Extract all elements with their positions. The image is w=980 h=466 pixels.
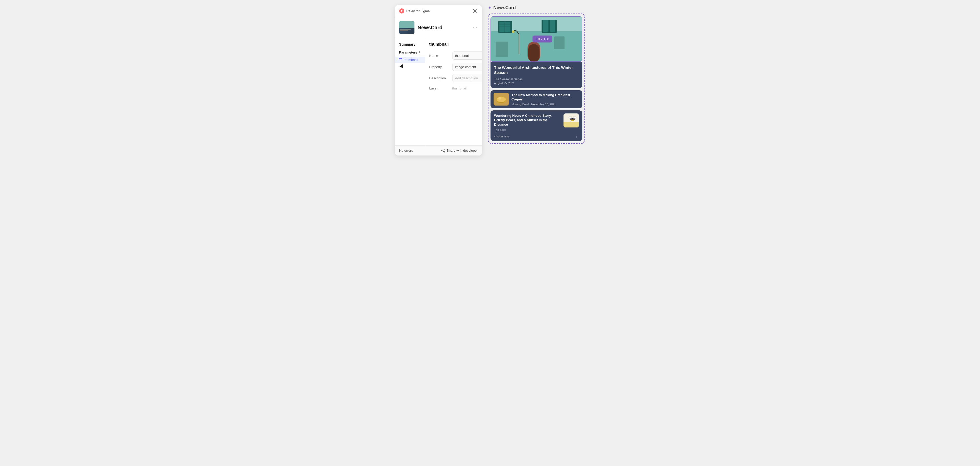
crepes-date: November 10, 2021: [531, 103, 556, 106]
svg-rect-33: [496, 41, 508, 57]
bee-img-fill: [563, 113, 579, 127]
article-third-text: Wondering Hour: A Childhood Story, Grizz…: [494, 113, 561, 132]
cursor-wrapper: [400, 65, 425, 73]
article-large-date: August 25, 2021: [494, 82, 579, 85]
name-field-row: Name: [429, 51, 482, 60]
panel-header: Relay for Figma: [395, 5, 482, 17]
svg-rect-39: [563, 122, 579, 127]
crepes-svg: [493, 93, 509, 106]
svg-line-12: [442, 151, 444, 151]
param-item-thumbnail[interactable]: thumbnail: [395, 57, 425, 63]
component-header: NewsCard ⋯: [395, 17, 482, 38]
params-label: Parameters: [399, 51, 417, 54]
article-large-title: The Wonderful Architectures of This Wint…: [494, 65, 579, 76]
component-title: NewsCard: [417, 25, 469, 30]
description-input[interactable]: [452, 74, 482, 82]
news-card: Fill × 158 The Wonderful Architectures o…: [490, 16, 582, 141]
article-large: Fill × 158 The Wonderful Architectures o…: [490, 16, 582, 88]
property-label: Property: [429, 65, 450, 69]
svg-point-43: [572, 116, 576, 119]
field-title-row: thumbnail: [429, 41, 482, 48]
article-menu-dots[interactable]: ⋮: [575, 134, 579, 139]
close-button[interactable]: [472, 8, 478, 14]
summary-label: Summary: [395, 41, 425, 49]
article-crepes-image: [493, 93, 509, 106]
article-third: Wondering Hour: A Childhood Story, Grizz…: [490, 110, 582, 141]
header-left: Relay for Figma: [399, 8, 430, 14]
article-small-crepes: The New Method to Making Breakfast Crepe…: [490, 90, 582, 108]
svg-point-9: [444, 151, 445, 152]
panel-body: Summary Parameters + thumbnail: [395, 38, 482, 145]
preview-icon: ✦: [488, 5, 491, 10]
svg-rect-32: [554, 36, 565, 49]
svg-point-36: [496, 97, 506, 102]
left-panel: Relay for Figma NewsCard ⋯ Summary: [395, 5, 482, 155]
svg-rect-29: [528, 44, 539, 62]
article-large-body: The Wonderful Architectures of This Wint…: [490, 62, 582, 88]
app-name: Relay for Figma: [406, 9, 430, 13]
article-third-source: The Bees: [494, 128, 561, 131]
property-select[interactable]: image-content text-content boolean: [452, 63, 482, 71]
thumb-text: [399, 28, 414, 32]
share-label: Share with developer: [447, 149, 478, 152]
svg-point-1: [401, 59, 401, 59]
thumb-line-2: [400, 30, 408, 31]
share-button[interactable]: Share with developer: [441, 149, 478, 152]
right-content: thumbnail Name Property image-content: [425, 38, 482, 145]
no-errors-text: No errors: [399, 149, 413, 152]
left-sidebar: Summary Parameters + thumbnail: [395, 38, 425, 145]
cursor-icon: [399, 64, 405, 70]
svg-rect-30: [519, 34, 519, 54]
article-large-image: Fill × 158: [490, 16, 582, 62]
param-name: thumbnail: [404, 58, 418, 62]
preview-title: NewsCard: [493, 5, 516, 10]
svg-point-37: [498, 97, 501, 100]
param-image-icon: [399, 58, 402, 62]
field-title: thumbnail: [429, 42, 449, 47]
article-small-meta-crepes: Morning Break November 10, 2021: [511, 103, 579, 106]
svg-point-10: [441, 150, 442, 151]
svg-rect-27: [550, 21, 555, 32]
property-field-row: Property image-content text-content bool…: [429, 63, 482, 71]
svg-point-8: [444, 149, 445, 150]
article-third-footer: 4 hours ago ⋮: [494, 134, 579, 139]
thumb-line-1: [400, 29, 411, 30]
description-label: Description: [429, 76, 450, 80]
crepes-img-fill: [493, 93, 509, 106]
name-input[interactable]: [452, 51, 482, 60]
svg-line-11: [442, 149, 444, 150]
name-label: Name: [429, 54, 450, 58]
preview-header: ✦ NewsCard: [488, 5, 585, 10]
share-icon: [441, 149, 445, 152]
add-param-button[interactable]: +: [417, 50, 422, 55]
article-third-title: Wondering Hour: A Childhood Story, Grizz…: [494, 113, 561, 127]
layer-field-row: Layer thumbnail: [429, 85, 482, 91]
component-thumbnail: [399, 21, 414, 34]
handle-tl: [490, 16, 492, 17]
crepes-source: Morning Break: [511, 103, 530, 106]
panel-footer: No errors Share with developer: [395, 145, 482, 155]
handle-br: [581, 61, 582, 62]
layer-label: Layer: [429, 86, 450, 90]
more-button[interactable]: ⋯: [472, 25, 478, 30]
description-field-row: Description: [429, 74, 482, 82]
thumb-image: [399, 21, 414, 28]
article-third-content: Wondering Hour: A Childhood Story, Grizz…: [494, 113, 579, 132]
right-panel: ✦ NewsCard: [488, 5, 585, 144]
property-select-wrapper: image-content text-content boolean ▾: [452, 63, 482, 71]
fill-tooltip: Fill × 158: [533, 36, 552, 43]
handle-bl: [490, 61, 492, 62]
layer-value: thumbnail: [452, 86, 482, 90]
handle-tr: [581, 16, 582, 17]
svg-rect-26: [543, 21, 549, 32]
thumb-inner: [399, 21, 414, 34]
bee-svg: [563, 113, 579, 127]
article-third-image: [563, 113, 579, 127]
params-header: Parameters +: [395, 49, 425, 57]
newscard-container: Fill × 158 The Wonderful Architectures o…: [488, 14, 585, 144]
article-large-source: The Seasonal Sagas: [494, 78, 579, 81]
article-small-text-crepes: The New Method to Making Breakfast Crepe…: [511, 93, 579, 106]
svg-point-42: [569, 116, 573, 119]
article-small-title-crepes: The New Method to Making Breakfast Crepe…: [511, 93, 579, 102]
relay-icon: [399, 8, 404, 14]
